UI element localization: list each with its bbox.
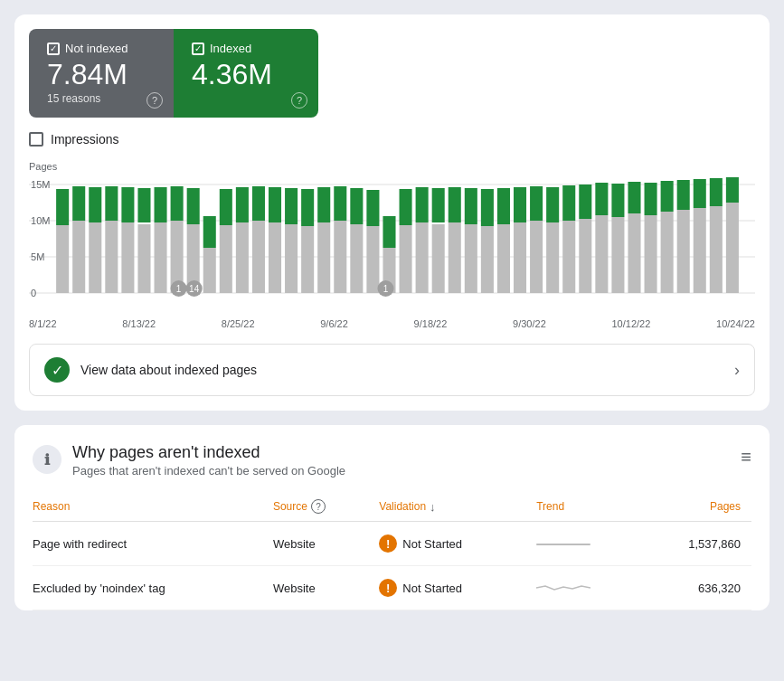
svg-rect-38 <box>546 222 559 293</box>
why-title: Why pages aren't indexed <box>72 443 345 462</box>
svg-rect-36 <box>514 222 526 293</box>
svg-rect-73 <box>432 188 445 222</box>
view-data-left: ✓ View data about indexed pages <box>44 357 257 383</box>
th-trend: Trend <box>536 492 646 522</box>
svg-rect-44 <box>645 215 657 293</box>
row1-source: Website <box>273 522 379 566</box>
trend-line-wavy-svg <box>536 581 590 595</box>
chart-x-labels: 8/1/22 8/13/22 8/25/22 9/6/22 9/18/22 9/… <box>29 315 755 329</box>
chart-container: 15M 10M 5M 0 <box>29 175 755 329</box>
th-validation: Validation ↓ <box>379 492 536 522</box>
svg-rect-70 <box>383 216 395 248</box>
svg-rect-32 <box>449 222 461 293</box>
svg-rect-88 <box>677 180 690 210</box>
warning-icon: ! <box>379 579 397 597</box>
svg-rect-80 <box>546 187 559 222</box>
indexed-value: 4.36M <box>192 59 300 90</box>
svg-rect-54 <box>121 187 134 222</box>
chart-svg: 15M 10M 5M 0 <box>29 175 755 311</box>
svg-rect-49 <box>726 203 739 293</box>
svg-rect-68 <box>350 188 363 224</box>
indexed-label: Indexed <box>210 42 251 55</box>
th-reason: Reason <box>33 492 273 522</box>
svg-rect-85 <box>628 182 640 213</box>
sort-arrow-icon[interactable]: ↓ <box>430 500 436 514</box>
x-label-3: 8/25/22 <box>222 318 255 329</box>
svg-rect-42 <box>611 217 624 293</box>
svg-rect-64 <box>285 188 298 224</box>
impressions-checkbox[interactable] <box>29 132 43 147</box>
x-label-8: 10/24/22 <box>716 318 755 329</box>
svg-rect-66 <box>317 187 330 222</box>
svg-rect-63 <box>269 187 281 222</box>
svg-rect-53 <box>105 186 118 221</box>
svg-rect-69 <box>366 190 379 226</box>
svg-rect-60 <box>220 189 232 225</box>
source-help-icon[interactable]: ? <box>311 499 326 514</box>
why-subtitle: Pages that aren't indexed can't be serve… <box>72 464 345 478</box>
indexed-tile: ✓ Indexed 4.36M ? <box>174 29 318 118</box>
svg-rect-48 <box>710 206 723 293</box>
svg-rect-67 <box>334 186 346 221</box>
svg-rect-78 <box>514 187 526 222</box>
why-title-block: Why pages aren't indexed Pages that aren… <box>72 443 345 478</box>
impressions-label: Impressions <box>51 132 118 147</box>
indexed-help[interactable]: ? <box>291 92 307 109</box>
svg-rect-30 <box>416 222 429 293</box>
why-header: ℹ Why pages aren't indexed Pages that ar… <box>33 443 751 478</box>
svg-rect-91 <box>726 177 739 203</box>
svg-rect-35 <box>497 224 510 293</box>
svg-rect-34 <box>481 226 494 293</box>
row2-pages: 636,320 <box>646 566 751 610</box>
svg-rect-51 <box>72 186 85 221</box>
green-check-icon: ✓ <box>44 357 70 383</box>
svg-rect-50 <box>56 189 69 225</box>
chart-area: Pages 15M 10M 5M 0 <box>29 161 755 329</box>
svg-text:14: 14 <box>189 284 200 294</box>
svg-rect-77 <box>497 188 510 224</box>
svg-text:1: 1 <box>383 284 389 294</box>
svg-rect-40 <box>579 219 591 293</box>
table-body: Page with redirect Website ! Not Started… <box>33 522 751 610</box>
svg-rect-31 <box>432 224 445 293</box>
why-section: ℹ Why pages aren't indexed Pages that ar… <box>14 425 770 610</box>
th-source: Source ? <box>273 492 379 522</box>
svg-rect-81 <box>562 185 575 221</box>
chart-y-axis-label: Pages <box>29 161 755 172</box>
svg-text:5M: 5M <box>31 251 44 262</box>
table-row: Page with redirect Website ! Not Started… <box>33 522 751 566</box>
svg-rect-89 <box>694 179 706 208</box>
table-row: Excluded by 'noindex' tag Website ! Not … <box>33 566 751 610</box>
svg-rect-27 <box>366 226 379 293</box>
svg-rect-75 <box>465 188 477 224</box>
table-header-row: Reason Source ? Validation ↓ Trend Pages <box>33 492 751 522</box>
chevron-right-icon: › <box>734 361 740 380</box>
svg-rect-39 <box>562 221 575 293</box>
filter-icon[interactable]: ≡ <box>741 447 751 468</box>
svg-rect-21 <box>269 222 281 293</box>
row1-pages: 1,537,860 <box>646 522 751 566</box>
svg-rect-71 <box>400 189 412 225</box>
svg-rect-61 <box>236 187 249 222</box>
not-indexed-checkbox[interactable]: ✓ <box>47 43 60 55</box>
not-indexed-sub: 15 reasons <box>47 92 156 105</box>
svg-rect-14 <box>155 222 167 293</box>
not-indexed-help[interactable]: ? <box>146 92 163 109</box>
svg-rect-9 <box>72 221 85 293</box>
svg-text:1: 1 <box>176 284 182 294</box>
svg-rect-82 <box>579 184 591 219</box>
svg-text:15M: 15M <box>31 179 50 190</box>
x-label-4: 9/6/22 <box>320 318 348 329</box>
impressions-row[interactable]: Impressions <box>29 132 755 147</box>
svg-rect-22 <box>285 224 298 293</box>
svg-rect-72 <box>416 187 429 222</box>
svg-rect-46 <box>677 210 690 293</box>
svg-rect-37 <box>530 221 543 293</box>
svg-rect-33 <box>465 224 477 293</box>
view-data-row[interactable]: ✓ View data about indexed pages › <box>29 344 755 396</box>
svg-rect-52 <box>89 187 101 222</box>
not-indexed-label: Not indexed <box>65 42 128 55</box>
svg-rect-8 <box>56 225 69 293</box>
indexed-checkbox[interactable]: ✓ <box>192 43 204 55</box>
svg-rect-17 <box>203 248 216 293</box>
